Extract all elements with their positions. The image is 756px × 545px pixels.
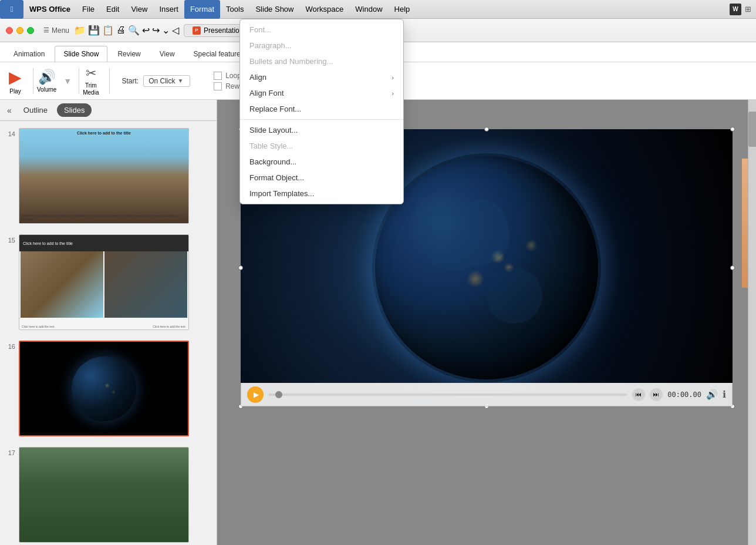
slide-item-15[interactable]: 15 Click here to add to the title Click … bbox=[2, 232, 214, 332]
menu-item-import-templates[interactable]: Import Templates... bbox=[240, 186, 403, 201]
menu-label[interactable]: Menu bbox=[52, 26, 69, 35]
resize-handle-tm[interactable] bbox=[484, 127, 489, 132]
paragraph-label: Paragraph... bbox=[249, 41, 292, 50]
maximize-window-button[interactable] bbox=[27, 27, 34, 34]
menu-insert[interactable]: Insert bbox=[153, 0, 184, 19]
menu-item-align[interactable]: Align › bbox=[240, 69, 403, 85]
replace-font-label: Replace Font... bbox=[249, 105, 301, 113]
skip-back-button[interactable]: ⏮ bbox=[632, 388, 645, 401]
menu-bar:  WPS Office File Edit View Insert Forma… bbox=[0, 0, 756, 19]
tab-review[interactable]: Review bbox=[109, 46, 149, 62]
align-label: Align bbox=[249, 73, 266, 82]
menu-format[interactable]: Format bbox=[184, 0, 220, 19]
play-triangle-icon: ▶ bbox=[254, 391, 259, 399]
media-progress-thumb[interactable] bbox=[275, 391, 282, 398]
vertical-scrollbar-thumb[interactable] bbox=[748, 112, 756, 147]
loop-checkbox[interactable] bbox=[214, 72, 222, 80]
slide-thumb-15[interactable]: Click here to add to the title Click her… bbox=[19, 234, 189, 330]
sidebar: « Outline Slides 14 Click here to add to… bbox=[0, 100, 217, 545]
menu-edit[interactable]: Edit bbox=[100, 0, 125, 19]
vertical-scrollbar-track[interactable] bbox=[748, 100, 756, 545]
volume-icon: 🔊 bbox=[38, 69, 56, 85]
resize-handle-tr[interactable] bbox=[730, 127, 735, 132]
resize-handle-ml[interactable] bbox=[238, 265, 243, 270]
apple-menu[interactable]:  bbox=[0, 0, 23, 19]
menu-bar-right: W ⊞ bbox=[730, 4, 756, 15]
menu-toggle-icon[interactable]: ☰ bbox=[43, 26, 49, 34]
slide-thumb-16[interactable] bbox=[19, 341, 189, 436]
slide-15-header: Click here to add to the title bbox=[19, 235, 188, 251]
slide-item-17[interactable]: 17 bbox=[2, 445, 214, 545]
folder-icon[interactable]: 📁 bbox=[74, 25, 86, 36]
info-button[interactable]: ℹ bbox=[723, 389, 726, 400]
menu-workspace[interactable]: Workspace bbox=[299, 0, 349, 19]
template-icon[interactable]: 📋 bbox=[102, 25, 114, 36]
media-progress-bar[interactable] bbox=[268, 393, 627, 396]
slide-item-14[interactable]: 14 Click here to add to the title Click … bbox=[2, 126, 214, 226]
format-object-label: Format Object... bbox=[249, 173, 304, 182]
save-icon[interactable]: 💾 bbox=[88, 25, 100, 36]
search-icon[interactable]: 🔍 bbox=[128, 25, 140, 36]
resize-handle-mr[interactable] bbox=[730, 265, 735, 270]
menu-separator-1 bbox=[240, 119, 403, 120]
menu-item-align-font[interactable]: Align Font › bbox=[240, 85, 403, 101]
tab-slideshow[interactable]: Slide Show bbox=[55, 46, 107, 62]
slide-thumb-14[interactable]: Click here to add to the title Click her… bbox=[19, 128, 189, 224]
slide-15-grid bbox=[21, 251, 187, 318]
volume-dropdown-icon[interactable]: ▼ bbox=[63, 76, 72, 86]
tab-view[interactable]: View bbox=[151, 46, 184, 62]
tab-animation[interactable]: Animation bbox=[5, 46, 53, 62]
play-icon: ▶ bbox=[9, 68, 22, 87]
play-button[interactable]: ▶ Play bbox=[5, 65, 26, 97]
menu-view[interactable]: View bbox=[125, 0, 153, 19]
undo-icon[interactable]: ↩ bbox=[142, 25, 150, 36]
toolbar-icons: ☰ Menu bbox=[43, 26, 69, 35]
align-font-label: Align Font bbox=[249, 89, 284, 97]
menu-tools[interactable]: Tools bbox=[220, 0, 249, 19]
skip-forward-icon: ⏭ bbox=[653, 391, 659, 398]
tab-slides[interactable]: Slides bbox=[57, 103, 92, 117]
slide-14-body: Click here to add the text, the text is … bbox=[22, 214, 186, 221]
slide-17-bg bbox=[19, 448, 188, 542]
quick-access-icons: 📁 💾 📋 🖨 🔍 ↩ ↪ ⌄ ◁ bbox=[74, 25, 179, 36]
sidebar-collapse-button[interactable]: « bbox=[5, 105, 14, 116]
more-icon[interactable]: ⌄ bbox=[162, 25, 170, 36]
trim-button[interactable]: ✂ TrimMedia bbox=[79, 63, 102, 99]
slide-thumb-17[interactable] bbox=[19, 447, 189, 543]
align-font-submenu-arrow: › bbox=[392, 90, 394, 97]
collapse-icon[interactable]: ◁ bbox=[172, 25, 179, 36]
menu-item-replace-font[interactable]: Replace Font... bbox=[240, 101, 403, 117]
start-dropdown[interactable]: On Click ▼ bbox=[143, 75, 190, 87]
menu-item-format-object[interactable]: Format Object... bbox=[240, 170, 403, 186]
volume-media-icon[interactable]: 🔊 bbox=[706, 389, 718, 400]
trim-icon: ✂ bbox=[86, 66, 96, 81]
start-group: Start: On Click ▼ bbox=[122, 75, 190, 87]
minimize-window-button[interactable] bbox=[16, 27, 23, 34]
slide-15-caption-left: Click here to add the text. bbox=[22, 325, 55, 328]
volume-button[interactable]: 🔊 Volume bbox=[33, 66, 60, 95]
tab-outline[interactable]: Outline bbox=[16, 103, 55, 117]
rewind-checkbox[interactable] bbox=[214, 82, 222, 90]
menu-help[interactable]: Help bbox=[389, 0, 416, 19]
slide-number-17: 17 bbox=[5, 447, 15, 456]
slide-number-16: 16 bbox=[5, 341, 15, 350]
print-icon[interactable]: 🖨 bbox=[116, 25, 126, 36]
volume-group: 🔊 Volume ▼ bbox=[33, 68, 79, 94]
menu-item-slide-layout[interactable]: Slide Layout... bbox=[240, 122, 403, 138]
menu-item-background[interactable]: Background... bbox=[240, 154, 403, 170]
media-play-button[interactable]: ▶ bbox=[247, 386, 264, 403]
close-window-button[interactable] bbox=[6, 27, 13, 34]
slide-layout-label: Slide Layout... bbox=[249, 126, 298, 134]
slide-item-16[interactable]: 16 bbox=[2, 338, 214, 439]
skip-forward-button[interactable]: ⏭ bbox=[650, 388, 663, 401]
menu-file[interactable]: File bbox=[76, 0, 100, 19]
redo-icon[interactable]: ↪ bbox=[152, 25, 160, 36]
menu-slideshow[interactable]: Slide Show bbox=[249, 0, 299, 19]
slide-15-title-text: Click here to add to the title bbox=[23, 241, 73, 245]
menu-window[interactable]: Window bbox=[349, 0, 388, 19]
table-style-label: Table Style... bbox=[249, 142, 293, 150]
slide-number-15: 15 bbox=[5, 234, 15, 244]
slides-list: 14 Click here to add to the title Click … bbox=[0, 121, 217, 545]
menu-wps-office[interactable]: WPS Office bbox=[23, 0, 76, 19]
traffic-lights bbox=[6, 27, 34, 34]
